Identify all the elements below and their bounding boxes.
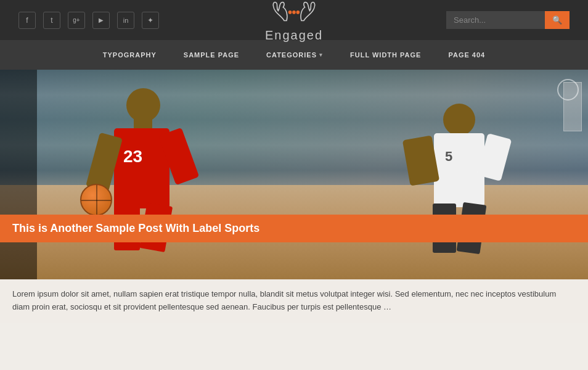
site-logo[interactable]: Engaged	[265, 0, 323, 43]
hero-image: 23 5	[0, 70, 588, 279]
nav-item-page-404[interactable]: PAGE 404	[435, 40, 499, 70]
slideshow-nav-icon[interactable]	[557, 79, 579, 101]
svg-point-2	[296, 10, 300, 14]
nav-item-sample-page[interactable]: SAMPLE PAGE	[170, 40, 253, 70]
main-navigation: TYPOGRAPHY SAMPLE PAGE CATEGORIES ▾ FULL…	[0, 40, 588, 70]
player2-head	[443, 104, 475, 136]
social-icons-group: f t g+ ▶ in ✦	[18, 12, 159, 29]
site-logo-text: Engaged	[265, 28, 323, 43]
google-plus-icon[interactable]: g+	[68, 12, 85, 29]
post-excerpt: Lorem ipsum dolor sit amet, nullam sapie…	[0, 279, 588, 323]
post-title-bar: This is Another Sample Post With Label S…	[0, 215, 588, 242]
twitter-icon[interactable]: t	[43, 12, 60, 29]
nav-item-categories[interactable]: CATEGORIES ▾	[253, 40, 337, 70]
player2-jersey: 5	[434, 133, 484, 207]
hero-section: 23 5	[0, 70, 588, 279]
post-excerpt-text: Lorem ipsum dolor sit amet, nullam sapie…	[12, 289, 556, 311]
player2-jersey-text: 5	[445, 149, 452, 165]
linkedin-icon[interactable]: in	[117, 12, 134, 29]
nav-item-typography[interactable]: TYPOGRAPHY	[89, 40, 170, 70]
search-button[interactable]: 🔍	[545, 11, 570, 29]
player1-head	[126, 88, 160, 122]
logo-antlers-icon	[269, 0, 319, 26]
facebook-icon[interactable]: f	[18, 12, 36, 29]
youtube-icon[interactable]: ▶	[92, 12, 110, 29]
edge-shadow-left	[0, 70, 37, 279]
categories-dropdown-arrow-icon: ▾	[319, 52, 323, 58]
jersey-number: 23	[123, 147, 142, 166]
search-input[interactable]	[446, 11, 545, 29]
svg-point-0	[288, 10, 292, 14]
post-title[interactable]: This is Another Sample Post With Label S…	[12, 222, 259, 234]
nav-item-full-width-page[interactable]: FULL WIDTH PAGE	[337, 40, 435, 70]
svg-point-1	[292, 10, 296, 14]
dribbble-icon[interactable]: ✦	[142, 12, 159, 29]
basketball	[80, 184, 112, 216]
search-area: 🔍	[446, 11, 570, 29]
site-header: f t g+ ▶ in ✦ Engaged 🔍	[0, 0, 588, 40]
